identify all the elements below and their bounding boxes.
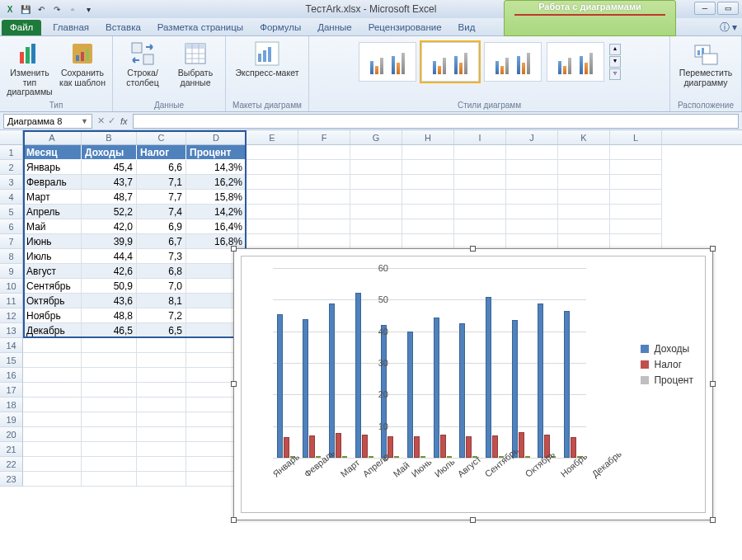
name-box[interactable]: Диаграмма 8 ▼ xyxy=(3,114,92,129)
row-header[interactable]: 21 xyxy=(0,442,23,457)
cell[interactable] xyxy=(82,412,137,427)
tab-page-layout[interactable]: Разметка страницы xyxy=(149,20,251,35)
cell[interactable]: 6,6 xyxy=(137,160,186,175)
cell[interactable] xyxy=(23,427,82,442)
cell[interactable] xyxy=(610,234,662,249)
column-header[interactable]: B xyxy=(82,130,137,144)
switch-row-column-button[interactable]: Строка/столбец xyxy=(118,39,167,87)
cell[interactable] xyxy=(402,219,454,234)
cell[interactable]: 6,5 xyxy=(137,323,186,338)
enter-icon[interactable]: ✓ xyxy=(108,115,115,126)
cell[interactable] xyxy=(82,427,137,442)
cell[interactable]: Процент xyxy=(186,145,247,160)
cell[interactable] xyxy=(247,160,298,175)
cell[interactable] xyxy=(506,160,558,175)
cell[interactable]: Декабрь xyxy=(23,323,82,338)
row-header[interactable]: 16 xyxy=(0,368,23,383)
cell[interactable] xyxy=(298,175,350,190)
gallery-more-icon[interactable]: ▿ xyxy=(609,68,621,80)
row-header[interactable]: 22 xyxy=(0,457,23,472)
resize-handle[interactable] xyxy=(470,246,476,252)
cell[interactable] xyxy=(610,145,662,160)
cell[interactable]: Август xyxy=(23,264,82,279)
cell[interactable] xyxy=(506,205,558,219)
row-header[interactable]: 1 xyxy=(0,145,23,160)
cell[interactable]: 44,4 xyxy=(82,249,137,264)
move-chart-button[interactable]: Переместить диаграмму xyxy=(675,39,736,87)
cell[interactable] xyxy=(558,219,610,234)
column-header[interactable]: J xyxy=(506,130,558,144)
column-header[interactable]: F xyxy=(298,130,350,144)
chart-style-1[interactable] xyxy=(359,42,416,82)
cell[interactable]: 7,4 xyxy=(137,205,186,219)
cell[interactable]: 7,0 xyxy=(137,279,186,294)
tab-home[interactable]: Главная xyxy=(45,20,97,35)
cancel-icon[interactable]: ✕ xyxy=(97,115,105,126)
row-header[interactable]: 23 xyxy=(0,472,23,487)
cell[interactable]: Май xyxy=(23,219,82,234)
cell[interactable] xyxy=(23,398,82,412)
cell[interactable] xyxy=(137,368,186,383)
cell[interactable] xyxy=(350,190,402,205)
chart-style-3[interactable] xyxy=(484,42,542,82)
cell[interactable] xyxy=(454,145,506,160)
cell[interactable] xyxy=(506,145,558,160)
row-header[interactable]: 9 xyxy=(0,264,23,279)
chart-style-4[interactable] xyxy=(547,42,604,82)
cell[interactable]: 14,2% xyxy=(186,205,247,219)
cell[interactable] xyxy=(23,368,82,383)
row-header[interactable]: 4 xyxy=(0,190,23,205)
column-header[interactable]: L xyxy=(610,130,662,144)
row-header[interactable]: 6 xyxy=(0,219,23,234)
worksheet-grid[interactable]: ABCDEFGHIJKL 1МесяцДоходыНалогПроцент2Ян… xyxy=(0,130,742,560)
cell[interactable]: 48,8 xyxy=(82,308,137,323)
cell[interactable]: 7,3 xyxy=(137,249,186,264)
row-header[interactable]: 3 xyxy=(0,175,23,190)
cell[interactable] xyxy=(298,145,350,160)
cell[interactable] xyxy=(610,160,662,175)
cell[interactable] xyxy=(454,234,506,249)
cell[interactable] xyxy=(137,412,186,427)
cell[interactable] xyxy=(247,219,298,234)
cell[interactable]: 42,0 xyxy=(82,219,137,234)
cell[interactable]: Январь xyxy=(23,160,82,175)
cell[interactable]: 16,2% xyxy=(186,175,247,190)
tab-file[interactable]: Файл xyxy=(2,20,41,35)
cell[interactable] xyxy=(247,234,298,249)
chart-legend[interactable]: Доходы Налог Процент xyxy=(641,339,693,390)
cell[interactable] xyxy=(298,190,350,205)
row-header[interactable]: 13 xyxy=(0,323,23,338)
cell[interactable] xyxy=(402,190,454,205)
resize-handle[interactable] xyxy=(231,381,237,387)
qat-dropdown-icon[interactable]: ▾ xyxy=(82,2,95,16)
chart-styles-gallery[interactable]: ▴ ▾ ▿ xyxy=(359,39,621,82)
row-header[interactable]: 11 xyxy=(0,294,23,308)
embedded-chart[interactable]: ЯнварьФевральМартАпрельМайИюньИюльАвгуст… xyxy=(233,248,713,520)
row-header[interactable]: 8 xyxy=(0,249,23,264)
cell[interactable] xyxy=(82,368,137,383)
cell[interactable]: 15,8% xyxy=(186,190,247,205)
minimize-button[interactable]: ─ xyxy=(694,2,716,15)
cell[interactable] xyxy=(23,457,82,472)
tab-view[interactable]: Вид xyxy=(450,20,484,35)
cell[interactable] xyxy=(23,412,82,427)
undo-icon[interactable]: ↶ xyxy=(35,2,48,16)
cell[interactable] xyxy=(350,145,402,160)
column-header[interactable]: E xyxy=(247,130,298,144)
resize-handle[interactable] xyxy=(231,246,237,252)
cell[interactable]: 6,9 xyxy=(137,219,186,234)
cell[interactable] xyxy=(454,160,506,175)
select-data-button[interactable]: Выбрать данные xyxy=(171,39,220,87)
resize-handle[interactable] xyxy=(710,381,716,387)
change-chart-type-button[interactable]: Изменить тип диаграммы xyxy=(5,39,54,97)
formula-input[interactable] xyxy=(133,114,739,129)
column-header[interactable]: C xyxy=(137,130,186,144)
cell[interactable] xyxy=(23,383,82,398)
resize-handle[interactable] xyxy=(710,517,716,523)
cell[interactable] xyxy=(23,338,82,353)
cell[interactable]: 7,1 xyxy=(137,175,186,190)
save-template-button[interactable]: Сохранить как шаблон xyxy=(58,39,107,87)
cell[interactable] xyxy=(23,442,82,457)
cell[interactable] xyxy=(402,175,454,190)
cell[interactable] xyxy=(454,175,506,190)
